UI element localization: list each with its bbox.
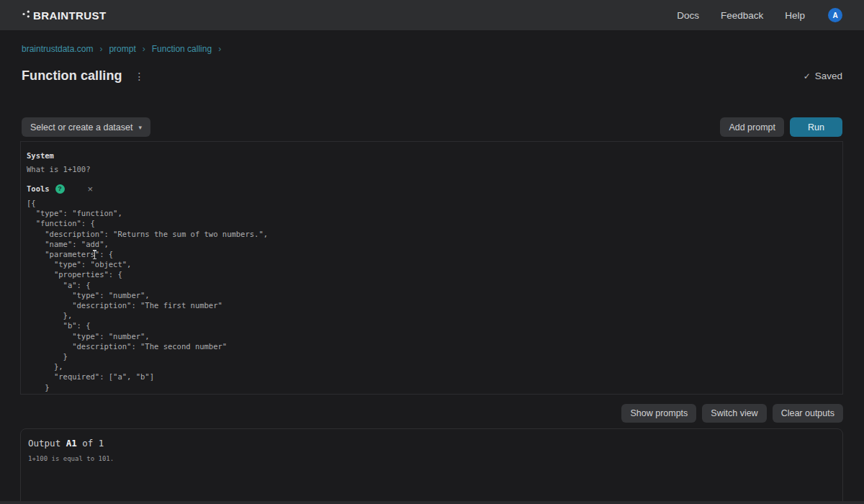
logo-text: BRAINTRUST	[33, 9, 107, 22]
toolbar: Select or create a dataset ▾ Add prompt …	[22, 117, 842, 137]
output-panel: Output A1 of 1 1+100 is equal to 101.	[20, 428, 843, 504]
breadcrumb-separator-icon: ›	[218, 44, 221, 54]
close-tools-icon[interactable]: ×	[88, 184, 94, 194]
app-window: BRAINTRUST Docs Feedback Help A braintru…	[0, 0, 864, 504]
code-line: }	[27, 392, 837, 395]
title-row: Function calling ⋮ ✓ Saved	[22, 68, 842, 84]
page-title: Function calling	[22, 68, 122, 84]
nav-feedback[interactable]: Feedback	[721, 10, 763, 21]
breadcrumb-separator-icon: ›	[143, 44, 145, 54]
prompt-editor-panel[interactable]: System What is 1+100? Tools ? × [{ "type…	[20, 141, 843, 395]
chevron-down-icon: ▾	[138, 124, 142, 131]
code-line: "properties": {	[27, 269, 837, 279]
avatar[interactable]: A	[828, 8, 842, 22]
run-button[interactable]: Run	[790, 117, 842, 137]
switch-view-button[interactable]: Switch view	[702, 404, 766, 423]
code-line: "b": {	[27, 320, 837, 330]
code-line: },	[27, 361, 837, 372]
dataset-select-label: Select or create a dataset	[30, 122, 132, 132]
dataset-select-button[interactable]: Select or create a dataset ▾	[22, 117, 150, 137]
code-line: "type": "object",	[27, 259, 837, 269]
code-line: "description": "The first number"	[27, 300, 837, 310]
code-line: "name": "add",	[27, 239, 837, 249]
code-line: "type": "function",	[27, 208, 837, 218]
system-prompt-text[interactable]: What is 1+100?	[27, 164, 837, 174]
braintrust-logo[interactable]: BRAINTRUST	[22, 9, 107, 22]
code-line: "description": "Returns the sum of two n…	[27, 229, 837, 239]
code-line: }	[27, 382, 837, 392]
braintrust-logo-icon	[22, 9, 31, 22]
check-icon: ✓	[804, 71, 811, 81]
code-line: "description": "The second number"	[27, 341, 837, 351]
tools-json-code[interactable]: [{ "type": "function", "function": { "de…	[27, 198, 837, 395]
clear-outputs-button[interactable]: Clear outputs	[773, 404, 843, 423]
output-actions: Show prompts Switch view Clear outputs	[621, 404, 843, 423]
nav-docs[interactable]: Docs	[677, 10, 699, 21]
code-line: "parameters": {	[27, 249, 837, 259]
code-line: },	[27, 310, 837, 320]
output-result-text: 1+100 is equal to 101.	[28, 455, 835, 462]
code-line: "required": ["a", "b"]	[27, 372, 837, 382]
tools-label: Tools	[27, 184, 50, 193]
topbar: BRAINTRUST Docs Feedback Help A	[0, 0, 864, 30]
breadcrumb-separator-icon: ›	[99, 44, 102, 54]
text-cursor-icon	[92, 250, 97, 259]
output-cell-id: A1	[66, 438, 77, 449]
output-label: Output	[28, 438, 60, 449]
code-line: }	[27, 351, 837, 361]
kebab-menu-icon[interactable]: ⋮	[135, 71, 145, 81]
breadcrumb-link[interactable]: prompt	[109, 44, 135, 54]
saved-label: Saved	[815, 71, 842, 81]
output-count: of 1	[82, 438, 104, 449]
breadcrumb-link[interactable]: braintrustdata.com	[22, 44, 93, 54]
window-bottom-edge	[0, 501, 864, 504]
breadcrumb: braintrustdata.com›prompt›Function calli…	[22, 44, 221, 54]
code-line: "function": {	[27, 218, 837, 228]
saved-status: ✓ Saved	[804, 71, 842, 81]
code-line: "a": {	[27, 280, 837, 290]
breadcrumb-link[interactable]: Function calling	[152, 44, 212, 54]
nav-help[interactable]: Help	[785, 10, 805, 21]
top-navigation: Docs Feedback Help A	[677, 8, 842, 22]
code-line: [{	[27, 198, 837, 208]
output-header: Output A1 of 1	[28, 438, 835, 449]
help-icon[interactable]: ?	[55, 184, 65, 194]
system-label: System	[27, 150, 837, 161]
show-prompts-button[interactable]: Show prompts	[621, 404, 696, 423]
code-line: "type": "number",	[27, 331, 837, 341]
code-line: "type": "number",	[27, 290, 837, 300]
tools-header: Tools ? ×	[27, 184, 837, 194]
add-prompt-button[interactable]: Add prompt	[720, 117, 784, 137]
